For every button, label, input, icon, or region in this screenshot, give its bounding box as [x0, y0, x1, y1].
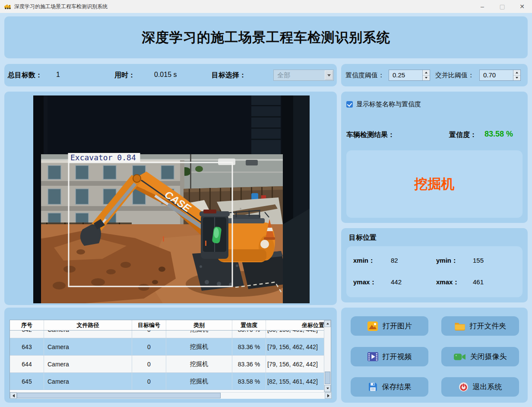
actions-panel: 打开图片 打开文件夹 打开视频 关闭摄像头	[341, 308, 528, 403]
spin-down-icon[interactable]	[423, 76, 430, 81]
exit-button[interactable]: 退出系统	[441, 377, 519, 397]
confidence-value: 83.58 %	[484, 130, 513, 139]
spin-down-icon[interactable]	[513, 76, 520, 81]
spin-up-icon[interactable]	[513, 70, 520, 76]
chevron-down-icon[interactable]	[325, 70, 333, 80]
scroll-left-icon[interactable]	[10, 392, 17, 399]
table-cell: Camera	[44, 373, 132, 390]
table-cell: 83.36 %	[232, 356, 266, 372]
spin-up-icon[interactable]	[423, 70, 430, 76]
detection-label: Excavator 0.84	[70, 153, 136, 162]
column-header[interactable]: 置信度	[232, 320, 266, 330]
ymax-label: ymax：	[353, 278, 376, 286]
scroll-right-icon[interactable]	[325, 392, 332, 399]
close-camera-button[interactable]: 关闭摄像头	[441, 347, 519, 366]
scroll-up-icon[interactable]	[324, 320, 331, 327]
xmax-label: xmax：	[436, 278, 459, 286]
image-icon	[367, 321, 378, 331]
vertical-scroll-thumb[interactable]	[325, 372, 330, 384]
target-select-label: 目标选择：	[212, 71, 246, 80]
open-video-button[interactable]: 打开视频	[351, 347, 428, 366]
table-cell: 645	[10, 373, 44, 390]
folder-icon	[454, 321, 466, 331]
column-header[interactable]: 类别	[166, 320, 232, 330]
confidence-threshold-label: 置信度阈值：	[345, 71, 384, 79]
confidence-threshold-spinbox[interactable]: 0.25	[389, 70, 430, 81]
table-cell: 挖掘机	[166, 331, 232, 338]
app-icon	[4, 3, 12, 10]
film-icon	[367, 352, 378, 361]
class-result-box: 挖掘机	[346, 150, 522, 218]
confidence-threshold-value: 0.25	[389, 70, 422, 80]
table-cell: 0	[132, 331, 166, 338]
minimize-button[interactable]: –	[472, 0, 492, 13]
table-row[interactable]: 645Camera0挖掘机83.58 %[82, 155, 461, 442]	[10, 373, 325, 390]
target-select-value: 全部	[274, 71, 325, 79]
table-cell: Camera	[44, 338, 132, 355]
save-results-button[interactable]: 保存结果	[351, 377, 428, 397]
table-cell: 0	[132, 338, 166, 355]
xmin-label: xmin：	[353, 257, 375, 264]
iou-threshold-spinbox[interactable]: 0.70	[479, 70, 521, 81]
total-targets-label: 总目标数：	[8, 71, 42, 80]
table-cell: [82, 155, 461, 442]	[266, 373, 325, 390]
table-cell: 挖掘机	[166, 356, 232, 372]
column-header[interactable]: 坐标位置	[266, 320, 325, 330]
confidence-label: 置信度：	[449, 130, 477, 140]
window-title: 深度学习的施工场景工程车检测识别系统	[14, 3, 108, 10]
table-cell: 挖掘机	[166, 373, 232, 390]
column-header[interactable]: 目标编号	[132, 320, 166, 330]
iou-threshold-value: 0.70	[480, 70, 513, 80]
image-viewer-panel: CASE Excavator 0.84	[4, 92, 337, 305]
table-cell: [79, 156, 462, 442]	[266, 356, 325, 372]
table-cell: [80, 156, 461, 442]	[266, 331, 325, 338]
total-targets-value: 1	[56, 71, 60, 79]
table-row[interactable]: 643Camera0挖掘机83.36 %[79, 156, 462, 442]	[10, 338, 325, 356]
elapsed-time-value: 0.015 s	[154, 71, 177, 79]
table-cell: 0	[132, 373, 166, 390]
camera-frame: CASE Excavator 0.84	[33, 95, 310, 303]
horizontal-scroll-thumb[interactable]	[17, 393, 221, 398]
table-body: 642Camera0挖掘机83.70 %[80, 156, 461, 442]6…	[10, 331, 325, 392]
table-row[interactable]: 642Camera0挖掘机83.70 %[80, 156, 461, 442]	[10, 331, 325, 338]
show-labels-checkbox[interactable]	[346, 101, 353, 108]
open-image-button[interactable]: 打开图片	[351, 316, 428, 336]
column-header[interactable]: 文件路径	[44, 320, 132, 330]
target-position-box: xmin： 82 ymin： 155 ymax： 442 xmax： 461	[346, 246, 522, 297]
params-bar: 置信度阈值： 0.25 交并比阈值： 0.70	[341, 64, 528, 86]
show-labels-label: 显示标签名称与置信度	[356, 100, 421, 108]
scroll-down-icon[interactable]	[324, 385, 331, 392]
close-button[interactable]: ✕	[512, 0, 532, 13]
titlebar: 深度学习的施工场景工程车检测识别系统 – ▢ ✕	[0, 0, 532, 13]
stats-bar: 总目标数： 1 用时： 0.015 s 目标选择： 全部	[4, 64, 337, 86]
iou-threshold-label: 交并比阈值：	[435, 71, 474, 79]
open-folder-button[interactable]: 打开文件夹	[441, 316, 519, 336]
target-position-title: 目标位置	[349, 233, 377, 242]
table-cell: 83.70 %	[232, 331, 266, 338]
vehicle-result-label: 车辆检测结果：	[346, 130, 395, 140]
table-cell: Camera	[44, 331, 132, 338]
results-table: 序号文件路径目标编号类别置信度坐标位置 642Camera0挖掘机83.70 %…	[10, 320, 331, 398]
power-icon	[459, 382, 469, 392]
horizontal-scrollbar[interactable]	[10, 392, 332, 399]
target-position-panel: 目标位置 xmin： 82 ymin： 155 ymax： 442 xmax： …	[341, 228, 528, 302]
maximize-button[interactable]: ▢	[492, 0, 512, 13]
table-cell: 挖掘机	[166, 338, 232, 355]
table-cell: 83.36 %	[232, 338, 266, 355]
results-table-panel: 序号文件路径目标编号类别置信度坐标位置 642Camera0挖掘机83.70 %…	[4, 308, 337, 403]
xmin-value: 82	[391, 257, 398, 264]
table-cell: [79, 156, 462, 442]	[266, 338, 325, 355]
save-icon	[368, 382, 378, 392]
table-row[interactable]: 644Camera0挖掘机83.36 %[79, 156, 462, 442]	[10, 356, 325, 373]
target-select-dropdown[interactable]: 全部	[273, 70, 334, 81]
ymax-value: 442	[391, 278, 402, 286]
table-cell: 83.58 %	[232, 373, 266, 390]
table-cell: 643	[10, 338, 44, 355]
detection-result-panel: 显示标签名称与置信度 车辆检测结果： 置信度： 83.58 % 挖掘机	[341, 92, 528, 223]
column-header[interactable]: 序号	[10, 320, 44, 330]
class-name: 挖掘机	[415, 175, 455, 193]
page-title: 深度学习的施工场景工程车检测识别系统	[142, 29, 390, 47]
header-panel: 深度学习的施工场景工程车检测识别系统	[4, 16, 528, 58]
vertical-scrollbar[interactable]	[324, 320, 331, 392]
ymin-label: ymin：	[436, 257, 458, 264]
